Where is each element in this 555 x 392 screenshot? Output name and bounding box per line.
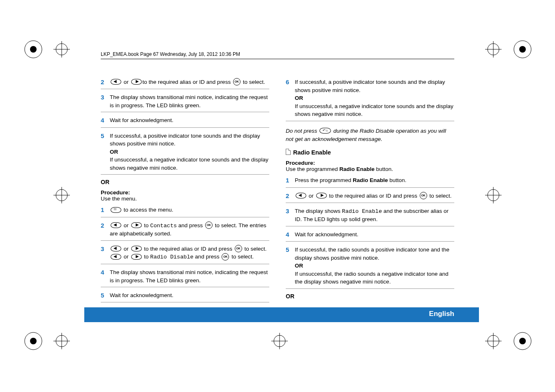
step-number: 1 bbox=[286, 176, 295, 184]
svg-point-23 bbox=[30, 338, 37, 344]
step-number: 4 bbox=[101, 116, 110, 125]
crop-mark-tr bbox=[485, 41, 502, 58]
left-column: 2 or to the required alias or ID and pre… bbox=[101, 78, 269, 307]
ok-icon: OK bbox=[235, 245, 242, 252]
step-number: 5 bbox=[101, 132, 110, 172]
step-number: 3 bbox=[101, 93, 110, 109]
header-rule bbox=[101, 59, 454, 59]
footer-band bbox=[84, 307, 479, 322]
left-arrow-icon bbox=[111, 79, 121, 85]
step-number: 1 bbox=[101, 206, 110, 214]
right-arrow-icon bbox=[131, 254, 142, 260]
step-body: The display shows transitional mini noti… bbox=[110, 93, 269, 109]
left-arrow-icon bbox=[111, 222, 121, 228]
crop-mark-ml bbox=[53, 187, 70, 203]
crop-mark-br bbox=[485, 333, 502, 349]
step-number: 5 bbox=[101, 291, 110, 300]
left-arrow-icon bbox=[111, 246, 121, 251]
step-body: Press the programmed Radio Enable button… bbox=[295, 176, 454, 184]
step-number: 3 bbox=[286, 207, 295, 224]
step-number: 4 bbox=[101, 268, 110, 284]
right-arrow-icon bbox=[316, 193, 327, 198]
svg-point-25 bbox=[519, 338, 526, 344]
step-number: 5 bbox=[286, 246, 295, 286]
step-body: Wait for acknowledgment. bbox=[110, 116, 269, 125]
step-body: or to the required alias or ID and press… bbox=[295, 192, 454, 200]
pinwheel-bl bbox=[24, 332, 43, 350]
step-body: to access the menu. bbox=[110, 206, 269, 214]
menu-icon bbox=[111, 207, 121, 213]
section-title-radio-enable: Radio Enable bbox=[286, 149, 454, 156]
ok-icon: OK bbox=[205, 221, 213, 229]
step-body: If successful, a positive indicator tone… bbox=[110, 132, 269, 172]
ok-icon: OK bbox=[222, 253, 229, 261]
ok-icon: OK bbox=[233, 78, 240, 85]
pinwheel-tl bbox=[24, 40, 43, 59]
left-arrow-icon bbox=[296, 193, 306, 198]
procedure-subtext: Use the menu. bbox=[101, 196, 269, 202]
right-column: 6 If successful, a positive indicator to… bbox=[286, 78, 454, 307]
pinwheel-br bbox=[513, 332, 532, 350]
crop-mark-bc bbox=[271, 333, 288, 349]
step-body: or to the required alias or ID and press… bbox=[110, 78, 269, 86]
back-icon: ↶⌂ bbox=[319, 128, 331, 134]
procedure-subtext: Use the programmed Radio Enable button. bbox=[286, 166, 454, 172]
svg-point-9 bbox=[519, 46, 526, 53]
right-arrow-icon bbox=[131, 222, 142, 228]
step-body: Wait for acknowledgment. bbox=[295, 231, 454, 239]
step-number: 2 bbox=[286, 192, 295, 200]
crop-mark-bl bbox=[53, 333, 70, 349]
step-number: 6 bbox=[286, 78, 295, 118]
right-arrow-icon bbox=[131, 79, 142, 85]
step-body: The display shows transitional mini noti… bbox=[110, 268, 269, 284]
step-body: The display shows Radio Enable and the s… bbox=[295, 207, 454, 224]
footer-language: English bbox=[429, 310, 454, 318]
procedure-heading: Procedure: bbox=[286, 160, 454, 166]
ok-icon: OK bbox=[420, 192, 427, 199]
running-header: LKP_EMEA.book Page 67 Wednesday, July 18… bbox=[101, 51, 240, 57]
pinwheel-tr bbox=[513, 40, 532, 59]
step-body: If successful, the radio sounds a positi… bbox=[295, 246, 454, 286]
svg-point-7 bbox=[30, 46, 37, 53]
document-icon bbox=[286, 149, 291, 155]
note-text: Do not press ↶⌂ during the Radio Disable… bbox=[286, 127, 454, 144]
step-number: 2 bbox=[101, 78, 110, 86]
procedure-heading: Procedure: bbox=[101, 189, 269, 196]
step-body: or to Contacts and press OK to select. T… bbox=[110, 221, 269, 238]
or-separator: OR bbox=[101, 179, 269, 185]
step-body: Wait for acknowledgment. bbox=[110, 291, 269, 300]
crop-mark-tl bbox=[53, 41, 70, 58]
left-arrow-icon bbox=[111, 254, 121, 260]
right-arrow-icon bbox=[131, 246, 142, 251]
step-body: or to the required alias or ID and press… bbox=[110, 245, 269, 261]
step-body: If successful, a positive indicator tone… bbox=[295, 78, 454, 118]
step-number: 2 bbox=[101, 221, 110, 238]
crop-mark-mr bbox=[485, 187, 502, 203]
step-number: 4 bbox=[286, 231, 295, 239]
or-separator: OR bbox=[286, 293, 454, 300]
step-number: 3 bbox=[101, 245, 110, 261]
